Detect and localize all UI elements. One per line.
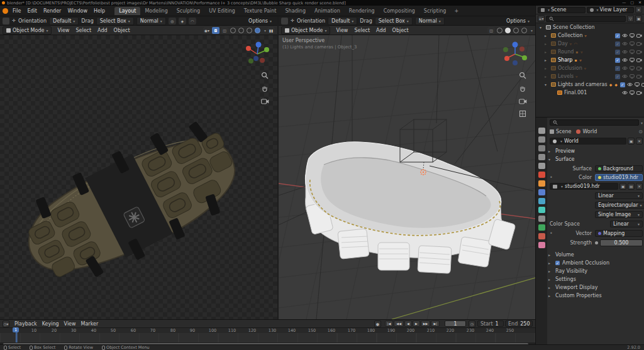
viewport-menu-item[interactable]: Add <box>94 26 111 35</box>
current-frame-badge[interactable]: 1 <box>13 327 19 332</box>
open-image-button[interactable]: ▤ <box>628 183 635 190</box>
navigation-gizmo[interactable] <box>243 40 271 68</box>
pivot-point-dropdown[interactable]: ◎ <box>169 18 176 25</box>
shading-solid-button[interactable] <box>238 28 244 33</box>
pan-hand-icon[interactable] <box>519 85 526 92</box>
render-view[interactable] <box>0 35 277 319</box>
disclosure-arrow-icon[interactable]: ▸ <box>545 33 549 38</box>
hide-eye-icon[interactable] <box>622 66 628 70</box>
properties-search-input[interactable] <box>550 119 639 126</box>
proportional-edit-toggle[interactable]: ◠ <box>189 18 196 25</box>
shading-rendered-button[interactable] <box>521 28 527 33</box>
viewport-disable-icon[interactable] <box>630 66 635 70</box>
exclude-checkbox[interactable]: ✓ <box>620 82 625 87</box>
navigation-gizmo[interactable] <box>501 40 529 68</box>
cursor-tool-icon[interactable]: ✛ <box>291 18 294 23</box>
jump-to-start-button[interactable]: |◀ <box>385 320 394 327</box>
viewport-disable-icon[interactable] <box>630 90 635 95</box>
shading-rendered-button[interactable] <box>255 28 260 33</box>
render-disable-icon[interactable] <box>641 82 644 87</box>
render-disable-icon[interactable] <box>636 74 642 79</box>
timeline-menu-item[interactable]: Keying <box>40 320 62 327</box>
new-collection-button[interactable]: ▣ <box>635 15 642 22</box>
viewport-disable-icon[interactable] <box>630 50 635 54</box>
orientation-dropdown[interactable]: Default▾ <box>328 17 357 25</box>
outliner-row[interactable]: ▸ Collection ▿ ✓ <box>536 31 644 40</box>
shading-dropdown[interactable]: ▾ <box>531 28 533 33</box>
workspace-tab[interactable]: Layout <box>114 7 140 15</box>
editor-type-dropdown[interactable]: ◷▾ <box>3 320 9 327</box>
snap-mode-dropdown[interactable]: Normal▾ <box>415 17 445 25</box>
render-disable-icon[interactable] <box>636 41 642 46</box>
current-frame-field[interactable]: 1 <box>445 320 466 327</box>
hide-eye-icon[interactable] <box>622 50 628 54</box>
next-keyframe-button[interactable]: ▶▶ <box>421 320 431 327</box>
orientation-dropdown[interactable]: Default▾ <box>49 17 79 25</box>
panel-checkbox[interactable]: ✓ <box>555 261 560 265</box>
render-disable-icon[interactable] <box>636 50 642 54</box>
hide-eye-icon[interactable] <box>627 82 633 87</box>
scene-selector[interactable]: ▾Scene <box>538 7 586 13</box>
menu-item[interactable]: File <box>9 7 24 15</box>
disclosure-arrow-icon[interactable]: ▸ <box>545 66 549 70</box>
strength-slider[interactable]: 0.500 <box>600 239 643 246</box>
viewport-disable-icon[interactable] <box>630 33 635 38</box>
timeline-ruler[interactable]: 1020304050607080901001101201301401501601… <box>0 328 535 333</box>
interpolation-dropdown[interactable]: Linear▾ <box>595 192 643 199</box>
outliner-row[interactable]: ▾ Scene Collection ✓ <box>536 23 644 31</box>
breadcrumb-world[interactable]: World <box>576 129 597 134</box>
outliner-row[interactable]: ▸ Day ▿ ◠ ✓ <box>536 40 644 48</box>
workspace-tab[interactable]: Sculpting <box>172 7 204 15</box>
preview-panel-header[interactable]: ▸Preview <box>548 148 575 154</box>
pan-hand-icon[interactable] <box>261 85 269 92</box>
disclosure-arrow-icon[interactable]: ▸ <box>545 50 549 54</box>
projection-dropdown[interactable]: Equirectangular▾ <box>595 202 644 209</box>
hide-eye-icon[interactable] <box>622 90 628 95</box>
mode-dropdown[interactable]: Object Mode▾ <box>281 26 330 35</box>
blender-menu-icon[interactable] <box>3 8 8 14</box>
options-dropdown[interactable]: Options▾ <box>245 18 275 25</box>
workspace-tab[interactable]: Scripting <box>419 7 451 15</box>
hide-eye-icon[interactable] <box>622 33 628 38</box>
hide-eye-icon[interactable] <box>622 74 628 79</box>
add-workspace-button[interactable]: + <box>452 8 461 14</box>
outliner-row[interactable]: ▸ Round ▪ ▿ ✓ <box>536 48 644 56</box>
unlink-datablock-button[interactable]: ✕ <box>636 138 643 145</box>
color-space-dropdown[interactable]: Linear▾ <box>610 221 643 227</box>
gizmo-dropdown[interactable]: ◉▾ <box>203 27 211 34</box>
minimize-button[interactable]: — <box>622 0 626 4</box>
cursor-tool-icon[interactable]: ✛ <box>12 18 16 23</box>
view-layer-selector[interactable]: ▾View Layer <box>587 7 635 13</box>
hide-eye-icon[interactable] <box>622 58 628 62</box>
shading-solid-button[interactable] <box>505 28 511 33</box>
mode-dropdown[interactable]: Object Mode▾ <box>3 26 52 35</box>
timeline-menu-item[interactable]: Playback <box>12 320 40 327</box>
viewport-menu-item[interactable]: Select <box>72 26 94 35</box>
surface-panel-header[interactable]: ▾Surface <box>548 156 574 162</box>
workspace-tab[interactable]: Texture Paint <box>240 7 281 15</box>
outliner-search-input[interactable] <box>546 16 626 22</box>
fake-user-button[interactable]: ▣ <box>619 183 626 190</box>
overlays-toggle[interactable]: ◘ <box>212 27 219 34</box>
active-tool-icon[interactable] <box>3 18 9 25</box>
viewport-menu-item[interactable]: View <box>333 26 351 35</box>
shading-dropdown[interactable]: ▾ <box>264 28 266 33</box>
surface-value-button[interactable]: Background <box>595 165 643 172</box>
jump-to-end-button[interactable]: ▶| <box>431 320 440 327</box>
maximize-button[interactable]: ▢ <box>630 0 634 4</box>
menu-item[interactable]: Edit <box>24 7 40 15</box>
zoom-icon[interactable] <box>261 72 269 79</box>
shading-wireframe-button[interactable] <box>497 28 502 33</box>
duplicate-datablock-button[interactable]: ▣ <box>628 138 635 145</box>
drag-mode-dropdown[interactable]: Select Box▾ <box>375 17 413 25</box>
render-disable-icon[interactable] <box>636 90 642 95</box>
end-frame-field[interactable]: End250 <box>505 320 533 327</box>
exclude-checkbox[interactable]: ✓ <box>615 33 620 38</box>
disclosure-arrow-icon[interactable]: ▾ <box>545 82 549 87</box>
image-datablock-field[interactable]: ▾studio019.hdr <box>550 183 618 190</box>
prev-keyframe-button[interactable]: ◀◀ <box>394 320 404 327</box>
3d-viewport[interactable]: User Perspective (1) Lights and cameras … <box>279 35 535 319</box>
viewport-menu-item[interactable]: Object <box>111 26 133 35</box>
outliner-row[interactable]: ▸ Sharp ▪ ▿ ✓ <box>536 56 644 64</box>
snap-mode-dropdown[interactable]: Normal▾ <box>136 17 166 25</box>
